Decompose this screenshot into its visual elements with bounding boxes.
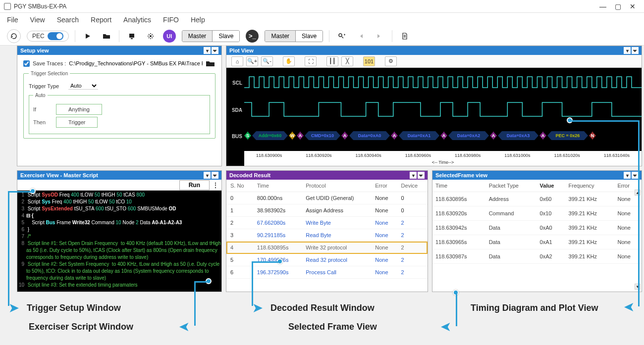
connector: [8, 191, 32, 193]
cursor1-icon[interactable]: ┃┃: [326, 56, 338, 66]
if-value-button[interactable]: Anything: [56, 104, 102, 115]
table-row[interactable]: 118.630895sAddress0x60399.21 KHzNone: [432, 192, 642, 206]
menubar: File View Search Report Analytics FIFO H…: [0, 13, 644, 27]
terminal-badge[interactable]: >_: [246, 30, 259, 43]
document-button[interactable]: [398, 30, 411, 43]
folder-button[interactable]: [100, 30, 113, 43]
column-header[interactable]: Value: [537, 180, 566, 192]
table-row[interactable]: 118.630920sCommand0x10399.21 KHzNone: [432, 206, 642, 221]
trace-path-input[interactable]: [69, 60, 203, 66]
menu-view[interactable]: View: [30, 16, 45, 24]
column-header[interactable]: Packet Type: [486, 180, 537, 192]
browse-folder-icon[interactable]: [206, 60, 215, 67]
maximize-button[interactable]: ▢: [610, 1, 625, 11]
column-header[interactable]: Device: [397, 180, 428, 192]
panel-menu-icon[interactable]: ▾: [204, 172, 211, 179]
bus-decode-lane: SAddr=0x60WACMD=0x10AData=0xA0AData=0xA1…: [244, 131, 642, 141]
scroll-up-icon[interactable]: ▲: [635, 190, 641, 196]
column-header[interactable]: Frequency: [566, 180, 615, 192]
script-editor[interactable]: 1 Script SysOD Freq 400 tLOW 50 tHIGH 50…: [17, 191, 221, 292]
step-back-button[interactable]: [354, 30, 367, 43]
marker-icon[interactable]: 101: [363, 56, 375, 66]
bus-segment: PEC = 0x26: [547, 131, 588, 140]
config-icon[interactable]: ⚙: [385, 56, 397, 66]
column-header[interactable]: S. No: [226, 180, 253, 192]
table-row[interactable]: 390.291185sRead ByteNone2: [226, 229, 428, 242]
menu-report[interactable]: Report: [91, 16, 111, 24]
run-button[interactable]: Run: [179, 180, 210, 190]
minimize-button[interactable]: —: [595, 1, 610, 11]
decoded-result-panel: Decoded Result ▾ ⏷ S. NoTimeProtocolErro…: [226, 170, 428, 292]
seg1-slave[interactable]: Slave: [212, 31, 239, 42]
setup-view-header: Setup view ▾ ⏷: [17, 46, 221, 55]
main-toolbar: PEC UI Master Slave >_ Master Slave: [0, 27, 644, 46]
column-header[interactable]: Time: [253, 180, 302, 192]
monitor-button[interactable]: [125, 30, 138, 43]
menu-search[interactable]: Search: [57, 16, 79, 24]
selected-frame-panel: SelectedFrame view ▾ ⏷ TimePacket TypeVa…: [432, 170, 642, 292]
callout-decoded: Decoded Result Window: [270, 303, 375, 313]
time-tick: 118.630980s: [443, 153, 492, 158]
setup-title: Setup view: [20, 48, 49, 53]
save-traces-checkbox[interactable]: [23, 60, 30, 67]
connector: [194, 281, 208, 283]
table-row[interactable]: 118.630942sData0xA0399.21 KHzNone: [432, 221, 642, 235]
search-zoom-button[interactable]: [335, 30, 348, 43]
table-row[interactable]: 118.630987sData0xA2399.21 KHzNone: [432, 249, 642, 264]
table-row[interactable]: 4118.630895sWrite 32 protocolNone2: [226, 242, 428, 254]
column-header[interactable]: Error: [371, 180, 397, 192]
bus-segment: A: [440, 131, 447, 140]
bus-segment: A: [539, 131, 546, 140]
table-row[interactable]: 5170.499936sRead 32 protocolNone2: [226, 254, 428, 266]
seg1-master[interactable]: Master: [182, 31, 213, 42]
table-row[interactable]: 6196.372590sProcess CallNone2: [226, 266, 428, 279]
then-label: Then: [33, 119, 51, 125]
panel-pin-icon[interactable]: ⏷: [212, 47, 218, 54]
seg2-master[interactable]: Master: [265, 31, 295, 42]
connector: [456, 293, 457, 326]
time-tick: 118.630900s: [244, 153, 294, 158]
panel-pin-icon[interactable]: ⏷: [632, 172, 639, 179]
table-row[interactable]: 267.662080sWrite ByteNone2: [226, 217, 428, 229]
column-header[interactable]: Time: [432, 180, 486, 192]
pan-icon[interactable]: ✋: [283, 56, 295, 66]
callout-trigger: Trigger Setup Window: [27, 303, 121, 313]
menu-file[interactable]: File: [7, 16, 18, 24]
panel-pin-icon[interactable]: ⏷: [418, 172, 425, 179]
fit-icon[interactable]: ⛶: [305, 56, 317, 66]
more-button[interactable]: ⋮: [212, 182, 219, 189]
plot-canvas[interactable]: SCL SDA BUS SAddr=0x60WACMD=0x10AData=0x…: [226, 68, 642, 166]
plot-title: Plot View: [229, 48, 254, 53]
step-fwd-button[interactable]: [373, 30, 386, 43]
connector: [638, 120, 640, 306]
menu-fifo[interactable]: FIFO: [163, 16, 179, 24]
panel-pin-icon[interactable]: ⏷: [632, 47, 639, 54]
seg2-slave[interactable]: Slave: [295, 31, 322, 42]
plot-toolbar: ⌂ 🔍+ 🔍- ✋ ⛶ ┃┃ ╳ 101 ⚙: [226, 55, 642, 68]
menu-analytics[interactable]: Analytics: [123, 16, 151, 24]
table-row[interactable]: 138.983902sAssign AddressNone0: [226, 204, 428, 217]
play-button[interactable]: [81, 30, 94, 43]
arrow-icon: ➤: [179, 320, 189, 334]
menu-help[interactable]: Help: [191, 16, 205, 24]
settings-button[interactable]: [144, 30, 157, 43]
then-value-button[interactable]: Trigger: [56, 117, 98, 128]
close-button[interactable]: ✕: [625, 1, 640, 11]
zoom-in-icon[interactable]: 🔍+: [246, 56, 258, 66]
table-row[interactable]: 0800.000nsGet UDID (General)None0: [226, 192, 428, 204]
panel-menu-icon[interactable]: ▾: [410, 172, 417, 179]
panel-menu-icon[interactable]: ▾: [624, 172, 631, 179]
panel-menu-icon[interactable]: ▾: [204, 47, 211, 54]
trigger-type-select[interactable]: Auto: [68, 82, 98, 90]
pec-toggle[interactable]: [48, 32, 63, 40]
refresh-button[interactable]: [7, 29, 21, 43]
cursor2-icon[interactable]: ╳: [341, 56, 353, 66]
scroll-down-icon[interactable]: ▼: [635, 284, 641, 290]
table-row[interactable]: 118.630965sData0xA1399.21 KHzNone: [432, 235, 642, 249]
ui-badge[interactable]: UI: [163, 30, 176, 43]
zoom-out-icon[interactable]: 🔍-: [261, 56, 273, 66]
column-header[interactable]: Protocol: [302, 180, 371, 192]
home-zoom-icon[interactable]: ⌂: [231, 56, 243, 66]
panel-menu-icon[interactable]: ▾: [624, 47, 631, 54]
panel-pin-icon[interactable]: ⏷: [212, 172, 218, 179]
